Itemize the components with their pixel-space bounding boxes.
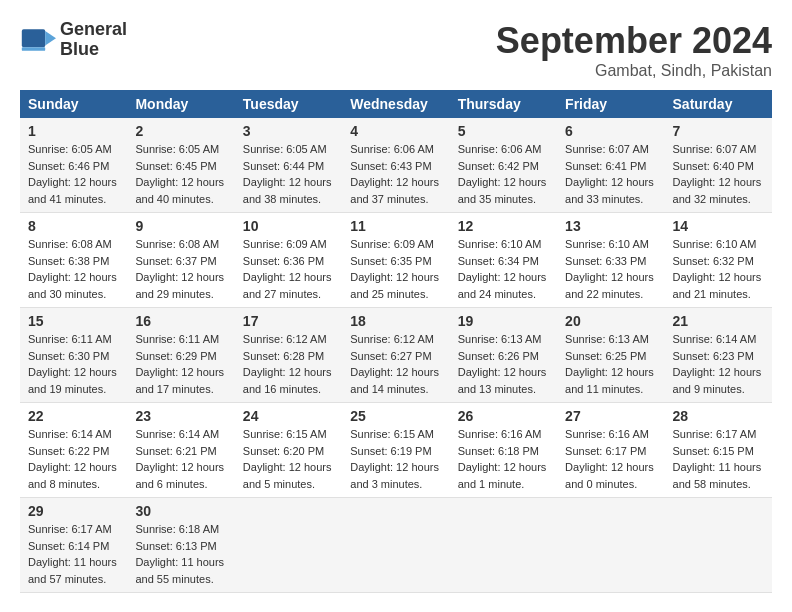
calendar-cell: 10 Sunrise: 6:09 AM Sunset: 6:36 PM Dayl… (235, 213, 342, 308)
sunrise-label: Sunrise: 6:13 AM (565, 333, 649, 345)
sunset-label: Sunset: 6:18 PM (458, 445, 539, 457)
daylight-label: Daylight: 11 hours and 57 minutes. (28, 556, 117, 585)
calendar-cell: 30 Sunrise: 6:18 AM Sunset: 6:13 PM Dayl… (127, 498, 234, 593)
sunset-label: Sunset: 6:26 PM (458, 350, 539, 362)
day-number: 15 (28, 313, 119, 329)
calendar-cell (557, 498, 664, 593)
calendar-week-row: 29 Sunrise: 6:17 AM Sunset: 6:14 PM Dayl… (20, 498, 772, 593)
daylight-label: Daylight: 12 hours and 37 minutes. (350, 176, 439, 205)
sunset-label: Sunset: 6:34 PM (458, 255, 539, 267)
sunrise-label: Sunrise: 6:09 AM (243, 238, 327, 250)
daylight-label: Daylight: 12 hours and 19 minutes. (28, 366, 117, 395)
day-number: 3 (243, 123, 334, 139)
sunset-label: Sunset: 6:46 PM (28, 160, 109, 172)
svg-marker-1 (45, 31, 56, 45)
sunset-label: Sunset: 6:28 PM (243, 350, 324, 362)
daylight-label: Daylight: 12 hours and 1 minute. (458, 461, 547, 490)
day-number: 14 (673, 218, 764, 234)
daylight-label: Daylight: 12 hours and 21 minutes. (673, 271, 762, 300)
daylight-label: Daylight: 12 hours and 17 minutes. (135, 366, 224, 395)
calendar-cell: 29 Sunrise: 6:17 AM Sunset: 6:14 PM Dayl… (20, 498, 127, 593)
sunrise-label: Sunrise: 6:05 AM (28, 143, 112, 155)
daylight-label: Daylight: 12 hours and 38 minutes. (243, 176, 332, 205)
logo-line1: General (60, 20, 127, 40)
calendar-cell (450, 498, 557, 593)
sunrise-label: Sunrise: 6:09 AM (350, 238, 434, 250)
day-number: 23 (135, 408, 226, 424)
calendar-cell: 6 Sunrise: 6:07 AM Sunset: 6:41 PM Dayli… (557, 118, 664, 213)
daylight-label: Daylight: 12 hours and 0 minutes. (565, 461, 654, 490)
logo: General Blue (20, 20, 127, 60)
calendar-cell: 22 Sunrise: 6:14 AM Sunset: 6:22 PM Dayl… (20, 403, 127, 498)
calendar-cell (235, 498, 342, 593)
day-number: 11 (350, 218, 441, 234)
daylight-label: Daylight: 12 hours and 22 minutes. (565, 271, 654, 300)
logo-icon (20, 22, 56, 58)
calendar-cell (342, 498, 449, 593)
sunset-label: Sunset: 6:23 PM (673, 350, 754, 362)
sunrise-label: Sunrise: 6:16 AM (458, 428, 542, 440)
calendar-cell: 26 Sunrise: 6:16 AM Sunset: 6:18 PM Dayl… (450, 403, 557, 498)
sunrise-label: Sunrise: 6:15 AM (350, 428, 434, 440)
daylight-label: Daylight: 12 hours and 6 minutes. (135, 461, 224, 490)
calendar-cell: 16 Sunrise: 6:11 AM Sunset: 6:29 PM Dayl… (127, 308, 234, 403)
month-title: September 2024 (496, 20, 772, 62)
sunset-label: Sunset: 6:29 PM (135, 350, 216, 362)
sunset-label: Sunset: 6:14 PM (28, 540, 109, 552)
day-number: 28 (673, 408, 764, 424)
daylight-label: Daylight: 12 hours and 25 minutes. (350, 271, 439, 300)
daylight-label: Daylight: 12 hours and 33 minutes. (565, 176, 654, 205)
sunrise-label: Sunrise: 6:14 AM (135, 428, 219, 440)
sunset-label: Sunset: 6:40 PM (673, 160, 754, 172)
daylight-label: Daylight: 12 hours and 11 minutes. (565, 366, 654, 395)
sunset-label: Sunset: 6:13 PM (135, 540, 216, 552)
day-number: 30 (135, 503, 226, 519)
calendar-cell: 3 Sunrise: 6:05 AM Sunset: 6:44 PM Dayli… (235, 118, 342, 213)
day-header-sunday: Sunday (20, 90, 127, 118)
sunrise-label: Sunrise: 6:06 AM (458, 143, 542, 155)
daylight-label: Daylight: 12 hours and 41 minutes. (28, 176, 117, 205)
sunset-label: Sunset: 6:22 PM (28, 445, 109, 457)
sunrise-label: Sunrise: 6:08 AM (135, 238, 219, 250)
sunset-label: Sunset: 6:44 PM (243, 160, 324, 172)
calendar-cell (665, 498, 772, 593)
sunset-label: Sunset: 6:33 PM (565, 255, 646, 267)
sunrise-label: Sunrise: 6:15 AM (243, 428, 327, 440)
location: Gambat, Sindh, Pakistan (496, 62, 772, 80)
sunset-label: Sunset: 6:30 PM (28, 350, 109, 362)
calendar-cell: 21 Sunrise: 6:14 AM Sunset: 6:23 PM Dayl… (665, 308, 772, 403)
calendar-cell: 25 Sunrise: 6:15 AM Sunset: 6:19 PM Dayl… (342, 403, 449, 498)
sunset-label: Sunset: 6:38 PM (28, 255, 109, 267)
calendar-table: SundayMondayTuesdayWednesdayThursdayFrid… (20, 90, 772, 593)
calendar-cell: 27 Sunrise: 6:16 AM Sunset: 6:17 PM Dayl… (557, 403, 664, 498)
daylight-label: Daylight: 12 hours and 30 minutes. (28, 271, 117, 300)
sunset-label: Sunset: 6:42 PM (458, 160, 539, 172)
sunset-label: Sunset: 6:21 PM (135, 445, 216, 457)
day-number: 9 (135, 218, 226, 234)
sunrise-label: Sunrise: 6:14 AM (673, 333, 757, 345)
day-header-saturday: Saturday (665, 90, 772, 118)
day-header-wednesday: Wednesday (342, 90, 449, 118)
daylight-label: Daylight: 12 hours and 5 minutes. (243, 461, 332, 490)
day-number: 21 (673, 313, 764, 329)
calendar-week-row: 8 Sunrise: 6:08 AM Sunset: 6:38 PM Dayli… (20, 213, 772, 308)
calendar-cell: 17 Sunrise: 6:12 AM Sunset: 6:28 PM Dayl… (235, 308, 342, 403)
title-block: September 2024 Gambat, Sindh, Pakistan (496, 20, 772, 80)
calendar-cell: 1 Sunrise: 6:05 AM Sunset: 6:46 PM Dayli… (20, 118, 127, 213)
sunrise-label: Sunrise: 6:13 AM (458, 333, 542, 345)
daylight-label: Daylight: 11 hours and 58 minutes. (673, 461, 762, 490)
sunrise-label: Sunrise: 6:16 AM (565, 428, 649, 440)
daylight-label: Daylight: 12 hours and 16 minutes. (243, 366, 332, 395)
calendar-cell: 2 Sunrise: 6:05 AM Sunset: 6:45 PM Dayli… (127, 118, 234, 213)
daylight-label: Daylight: 12 hours and 14 minutes. (350, 366, 439, 395)
day-number: 6 (565, 123, 656, 139)
day-number: 1 (28, 123, 119, 139)
day-number: 24 (243, 408, 334, 424)
day-number: 5 (458, 123, 549, 139)
calendar-cell: 11 Sunrise: 6:09 AM Sunset: 6:35 PM Dayl… (342, 213, 449, 308)
sunset-label: Sunset: 6:45 PM (135, 160, 216, 172)
daylight-label: Daylight: 12 hours and 35 minutes. (458, 176, 547, 205)
day-number: 17 (243, 313, 334, 329)
sunrise-label: Sunrise: 6:17 AM (673, 428, 757, 440)
day-number: 8 (28, 218, 119, 234)
